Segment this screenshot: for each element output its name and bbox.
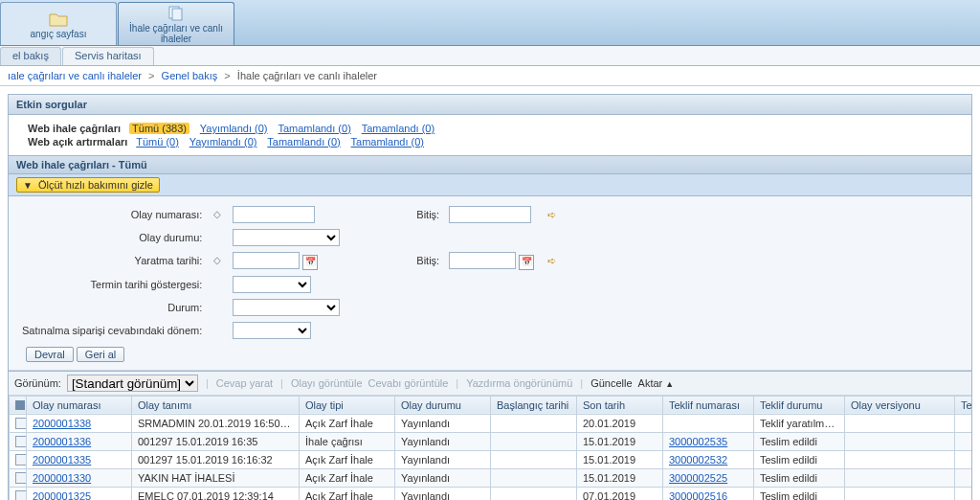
query-completed2-auc[interactable]: Tamamlandı (0) (351, 136, 424, 148)
status-select[interactable] (233, 299, 340, 316)
advanced-search-icon[interactable]: ➪ (544, 207, 559, 222)
refresh-button[interactable]: Güncelle (590, 377, 632, 389)
col-event-status[interactable]: Olay durumu (395, 396, 491, 414)
cell-bid-status: Teslim edildi (754, 432, 845, 450)
table-row[interactable]: 2000001335001297 15.01.2019 16:16:32Açık… (10, 450, 972, 468)
main-panel: Etkin sorgular Web ihale çağrıları Tümü … (8, 94, 972, 500)
label-status: Durum: (18, 297, 206, 318)
display-event-button[interactable]: Olayı görüntüle (291, 377, 363, 389)
chevron-down-icon: ▼ (23, 180, 33, 191)
print-preview-button[interactable]: Yazdırma öngörünümü (466, 377, 572, 389)
cell-event-status: Yayınlandı (395, 468, 491, 487)
cell-event-status: Yayınlandı (395, 414, 491, 432)
col-event-number[interactable]: Olay numarası (27, 396, 132, 414)
query-completed-rfx[interactable]: Tamamlandı (0) (278, 123, 350, 134)
row-selector[interactable] (10, 432, 27, 450)
bid-number-link[interactable]: 3000002532 (669, 454, 727, 466)
query-completed2-rfx[interactable]: Tamamlandı (0) (362, 123, 434, 134)
query-row-auctions: Web açık artırmaları Tümü (0) Yayımlandı… (28, 136, 952, 148)
filter-form: Olay numarası: ◇ Bitiş: ➪ Olay durumu: Y… (9, 196, 971, 371)
row-selector[interactable] (10, 414, 27, 432)
tab-homepage[interactable]: angıç sayfası (0, 2, 117, 45)
col-event-desc[interactable]: Olay tanımı (132, 396, 300, 414)
event-number-link[interactable]: 2000001325 (33, 490, 91, 500)
col-event-type[interactable]: Olay tipi (300, 396, 395, 414)
section-title: Web ihale çağrıları - Tümü (9, 155, 971, 174)
table-row[interactable]: 2000001330YAKIN HAT İHALESİAçık Zarf İha… (10, 468, 972, 487)
subtab-service-map[interactable]: Servis haritası (62, 47, 154, 65)
apply-button[interactable]: Devral (26, 347, 74, 362)
cell-bid-status: Teslim edildi (754, 450, 845, 468)
label-creation-date: Yaratma tarihi: (18, 250, 206, 272)
crumb-root[interactable]: ıale çağrıları ve canlı ihaleler (8, 70, 142, 81)
query-published-rfx[interactable]: Yayımlandı (0) (200, 123, 268, 134)
label-event-number: Olay numarası: (18, 204, 206, 225)
query-all-rfx[interactable]: Tümü (383) (129, 123, 189, 134)
cell-event-desc: SRMADMIN 20.01.2019 16:50:48 (132, 414, 300, 432)
reset-button[interactable]: Geri al (77, 347, 124, 362)
cell-start-date (491, 468, 577, 487)
creation-date-input[interactable] (233, 252, 300, 269)
export-button[interactable]: Aktar ▲ (638, 377, 675, 389)
col-event-version[interactable]: Olay versiyonu (845, 396, 955, 414)
cell-bid-number: 3000002516 (663, 487, 754, 500)
cell-event-version (845, 487, 955, 500)
col-end-date[interactable]: Son tarih (577, 396, 663, 414)
row-selector[interactable] (10, 468, 27, 487)
table-toolbar: Görünüm: [Standart görünüm] | Cevap yara… (9, 371, 971, 396)
query-published-auc[interactable]: Yayımlandı (0) (189, 136, 257, 148)
create-response-button[interactable]: Cevap yarat (216, 377, 273, 389)
col-start-date[interactable]: Başlangıç tarihi (491, 396, 577, 414)
event-number-input[interactable] (233, 206, 315, 223)
calendar-icon[interactable]: 📅 (302, 255, 318, 270)
crumb-overview[interactable]: Genel bakış (162, 70, 218, 81)
event-number-link[interactable]: 2000001335 (33, 454, 91, 466)
table-row[interactable]: 2000001336001297 15.01.2019 16:35İhale ç… (10, 432, 972, 450)
cell-start-date (491, 414, 577, 432)
cell-event-version (845, 414, 955, 432)
col-bid-version[interactable]: Teklif versiyonu (955, 396, 972, 414)
display-response-button[interactable]: Cevabı görüntüle (368, 377, 449, 389)
view-label: Görünüm: (14, 377, 61, 389)
table-row[interactable]: 2000001338SRMADMIN 20.01.2019 16:50:48Aç… (10, 414, 972, 432)
advanced-search-icon[interactable]: ➪ (544, 253, 559, 268)
query-completed-auc[interactable]: Tamamlandı (0) (267, 136, 340, 148)
select-all-header[interactable] (10, 396, 27, 414)
cell-bid-number (663, 414, 754, 432)
cell-bid-version (955, 414, 972, 432)
tab-ihale[interactable]: İhale çağrıları ve canlı ihaleler (118, 2, 234, 45)
bid-number-link[interactable]: 3000002516 (669, 490, 727, 500)
subtab-overview[interactable]: el bakış (0, 47, 61, 65)
row-selector[interactable] (10, 450, 27, 468)
tab-label: angıç sayfası (31, 29, 87, 39)
col-bid-status[interactable]: Teklif durumu (754, 396, 845, 414)
label-end2: Bitiş: (412, 250, 443, 272)
col-bid-number[interactable]: Teklif numarası (663, 396, 754, 414)
cell-bid-version (955, 432, 972, 450)
end1-input[interactable] (449, 206, 531, 223)
calendar-icon[interactable]: 📅 (519, 255, 534, 270)
cell-bid-status: Teslim edildi (754, 468, 845, 487)
query-all-auc[interactable]: Tümü (0) (136, 136, 179, 148)
bid-number-link[interactable]: 3000002535 (669, 436, 727, 447)
deadline-indicator-select[interactable] (233, 276, 311, 293)
query-label: Web açık artırmaları (28, 136, 127, 148)
cell-event-desc: 001297 15.01.2019 16:35 (132, 432, 300, 450)
cell-end-date: 15.01.2019 (577, 468, 663, 487)
event-number-link[interactable]: 2000001330 (33, 472, 91, 484)
cell-event-version (845, 432, 955, 450)
po-response-select[interactable] (233, 322, 311, 339)
table-row[interactable]: 2000001325EMELC 07.01.2019 12:39:14Açık … (10, 487, 972, 500)
cell-start-date (491, 450, 577, 468)
view-select[interactable]: [Standart görünüm] (67, 375, 198, 392)
end2-input[interactable] (449, 252, 516, 269)
cell-bid-number: 3000002535 (663, 432, 754, 450)
cell-end-date: 15.01.2019 (577, 432, 663, 450)
row-selector[interactable] (10, 487, 27, 500)
toggle-criteria-button[interactable]: ▼ Ölçüt hızlı bakımını gizle (16, 177, 160, 193)
event-number-link[interactable]: 2000001336 (33, 436, 91, 447)
event-status-select[interactable] (233, 229, 340, 246)
event-number-link[interactable]: 2000001338 (33, 418, 91, 429)
crumb-current: İhale çağrıları ve canlı ihaleler (237, 70, 377, 81)
bid-number-link[interactable]: 3000002525 (669, 472, 727, 484)
